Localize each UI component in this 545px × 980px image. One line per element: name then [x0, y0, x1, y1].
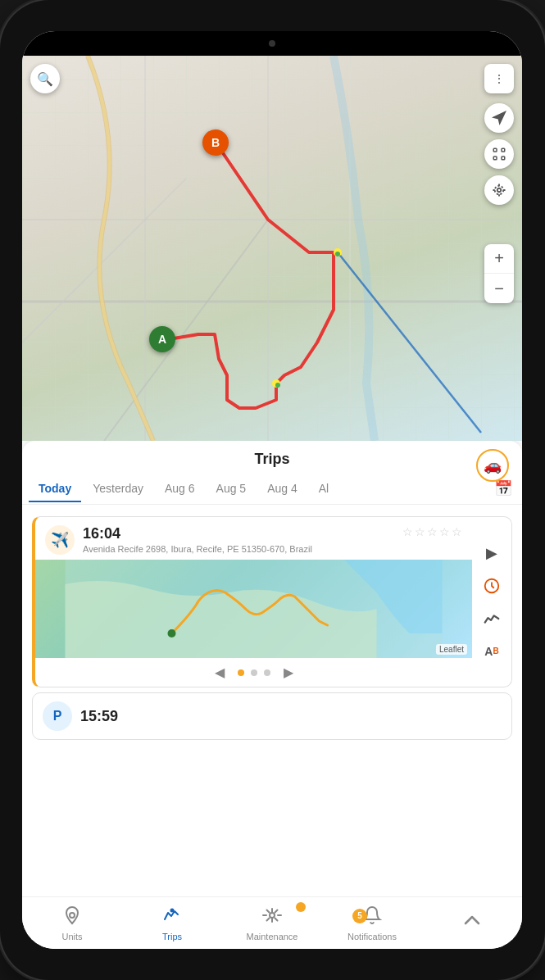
zoom-out-button[interactable]: −: [484, 274, 514, 303]
dot-3[interactable]: [264, 669, 270, 676]
car-filter-button[interactable]: 🚗: [476, 449, 509, 482]
svg-rect-14: [502, 148, 505, 152]
trip-actions: ▶: [472, 517, 511, 687]
trip-stars: ☆ ☆ ☆ ☆ ☆: [402, 525, 462, 538]
maintenance-badge-dot: [296, 902, 306, 912]
svg-point-17: [497, 188, 502, 193]
trips-title: Trips: [254, 451, 289, 468]
tab-aug4[interactable]: Aug 4: [257, 475, 307, 501]
carousel-next[interactable]: ▶: [277, 665, 300, 680]
chart-button[interactable]: [479, 606, 505, 632]
notifications-label: Notifications: [347, 932, 397, 941]
phone-screen: 🔍 ⋮: [22, 31, 522, 949]
svg-point-23: [171, 909, 174, 911]
timer-button[interactable]: [479, 573, 505, 599]
play-button[interactable]: ▶: [479, 540, 505, 566]
trips-icon: [162, 905, 182, 930]
leaflet-badge: Leaflet: [436, 644, 467, 655]
svg-rect-15: [493, 157, 497, 160]
carousel-dots: ◀ ▶: [35, 658, 472, 687]
star-4[interactable]: ☆: [439, 525, 450, 538]
nav-trips[interactable]: Trips: [122, 897, 222, 949]
star-2[interactable]: ☆: [415, 525, 425, 538]
units-icon: [62, 905, 82, 930]
trip-address: Avenida Recife 2698, Ibura, Recife, PE 5…: [83, 544, 462, 554]
units-label: Units: [61, 932, 82, 941]
parking-icon: P: [43, 701, 72, 731]
svg-point-24: [270, 913, 275, 918]
marker-a: A: [149, 326, 175, 352]
tab-al[interactable]: Al: [309, 475, 338, 501]
tab-yesterday[interactable]: Yesterday: [83, 475, 153, 501]
date-tabs: Today Yesterday Aug 6 Aug 5 Aug 4 Al 📅: [22, 473, 522, 505]
navigation-button[interactable]: [484, 103, 514, 133]
notifications-badge: 5: [352, 909, 367, 923]
dot-1[interactable]: [238, 669, 244, 676]
location-button[interactable]: [484, 175, 514, 205]
nav-units[interactable]: Units: [22, 897, 122, 949]
search-button[interactable]: 🔍: [30, 64, 60, 93]
bottom-nav: Units Trips: [22, 896, 522, 949]
star-1[interactable]: ☆: [402, 525, 413, 538]
nav-notifications[interactable]: 5 Notifications: [322, 897, 422, 949]
more-options-button[interactable]: ⋮: [484, 64, 514, 93]
trip-time-2: 15:59: [80, 708, 118, 725]
bottom-panel: Trips 🚗 Today Yesterday Aug 6 Aug 5 Aug …: [22, 441, 522, 949]
svg-point-18: [495, 186, 504, 195]
phone-frame: 🔍 ⋮: [0, 0, 545, 980]
trip-route-mini: [35, 560, 472, 658]
nav-maintenance[interactable]: Maintenance: [222, 897, 322, 949]
svg-marker-12: [493, 112, 505, 124]
trips-label: Trips: [162, 932, 182, 941]
camera-dot: [269, 40, 275, 47]
star-5[interactable]: ☆: [452, 525, 462, 538]
tab-aug5[interactable]: Aug 5: [207, 475, 257, 501]
trip-time: 16:04: [83, 525, 120, 542]
svg-point-20: [168, 629, 176, 637]
maintenance-icon: [262, 905, 282, 930]
trip-type-icon: ✈️: [45, 525, 75, 555]
status-bar: [22, 31, 522, 56]
trip-card-2[interactable]: P 15:59: [32, 692, 512, 740]
trip-info: 16:04 ☆ ☆ ☆ ☆ ☆: [83, 525, 462, 554]
scan-button[interactable]: [484, 139, 514, 169]
map-controls-left: 🔍: [30, 64, 60, 93]
marker-b: B: [202, 129, 229, 156]
ab-button[interactable]: AB: [479, 638, 505, 665]
trip-card-1[interactable]: ✈️ 16:04 ☆ ☆ ☆ ☆: [32, 516, 512, 687]
trip-list: ✈️ 16:04 ☆ ☆ ☆ ☆: [22, 505, 522, 896]
trip-map-preview: Leaflet: [35, 560, 472, 658]
map-area: 🔍 ⋮: [22, 56, 522, 441]
notifications-icon: 5: [362, 905, 382, 930]
star-3[interactable]: ☆: [427, 525, 438, 538]
carousel-prev[interactable]: ◀: [208, 665, 231, 680]
maintenance-label: Maintenance: [247, 932, 298, 941]
scroll-up-icon: [462, 911, 482, 936]
svg-point-22: [70, 913, 75, 918]
svg-rect-13: [493, 148, 497, 152]
dot-2[interactable]: [251, 669, 257, 676]
svg-rect-16: [502, 157, 505, 160]
zoom-controls: + −: [484, 244, 514, 303]
tab-today[interactable]: Today: [29, 475, 81, 501]
trips-header: Trips 🚗: [22, 441, 522, 473]
tab-aug6[interactable]: Aug 6: [155, 475, 205, 501]
map-controls-right: ⋮: [484, 64, 514, 303]
nav-scroll-up[interactable]: [422, 897, 522, 949]
zoom-in-button[interactable]: +: [484, 244, 514, 274]
map-tile-bg: [22, 56, 522, 441]
